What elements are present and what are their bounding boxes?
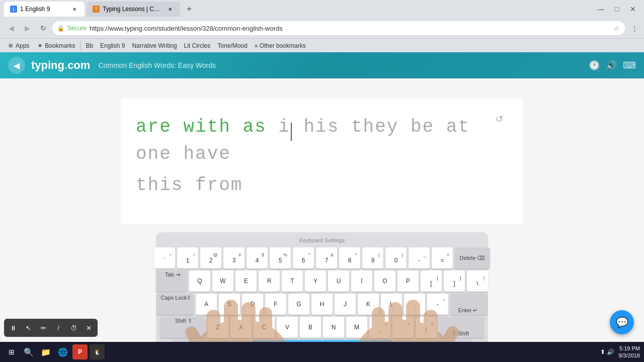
key-shift-left[interactable]: Shift ⇧	[160, 317, 205, 338]
key-3[interactable]: #3	[223, 247, 245, 268]
key-minus[interactable]: _-	[409, 247, 430, 268]
key-equals[interactable]: +=	[432, 247, 453, 268]
taskbar-browser-icon[interactable]: 🌐	[55, 344, 70, 359]
bookmark-lit-circles[interactable]: Lit Circles	[181, 41, 214, 50]
typing-area[interactable]: are with as i his they be at one have th…	[121, 99, 523, 224]
key-1[interactable]: !1	[177, 247, 198, 268]
bookmark-bookmarks[interactable]: ★ Bookmarks	[33, 41, 78, 50]
bookmark-star-icon[interactable]: ☆	[614, 25, 620, 32]
key-c[interactable]: C	[254, 317, 275, 338]
key-9[interactable]: (9	[362, 247, 383, 268]
key-capslock[interactable]: Caps Lock⇪	[156, 294, 194, 315]
key-tab[interactable]: Tab ⇥	[156, 270, 187, 292]
bookmark-bb[interactable]: Bb	[83, 41, 96, 50]
taskbar-other-icon[interactable]: 🐧	[90, 344, 105, 359]
chat-fab-button[interactable]: 💬	[610, 310, 634, 334]
key-h[interactable]: H	[311, 294, 333, 315]
annotation-toolbar: ⏸ ↖ ✏ / ⏱ ✕	[4, 319, 98, 337]
key-a[interactable]: A	[196, 294, 217, 315]
key-slash[interactable]: ?/	[416, 317, 437, 338]
address-bar[interactable]: 🔒 Secure https://www.typing.com/student/…	[52, 21, 625, 35]
key-y[interactable]: Y	[305, 270, 326, 292]
annotation-draw-button[interactable]: ✏	[36, 321, 50, 335]
bookmark-apps[interactable]: ⊞ Apps	[4, 41, 32, 50]
key-backtick[interactable]: ~`	[154, 247, 175, 268]
key-semicolon[interactable]: :;	[404, 294, 425, 315]
key-r[interactable]: R	[259, 270, 280, 292]
key-bracket-right[interactable]: }]	[444, 270, 465, 292]
maximize-button[interactable]: □	[610, 2, 624, 16]
key-0[interactable]: )0	[385, 247, 407, 268]
key-x[interactable]: X	[230, 317, 252, 338]
key-l[interactable]: L	[381, 294, 402, 315]
taskbar-search-icon[interactable]: 🔍	[21, 344, 36, 359]
bookmark-english9-label: English 9	[100, 42, 125, 49]
key-g[interactable]: G	[288, 294, 309, 315]
annotation-close-button[interactable]: ✕	[82, 321, 96, 335]
back-button[interactable]: ◀	[4, 21, 18, 35]
key-p[interactable]: P	[397, 270, 419, 292]
taskbar: ⊞ 🔍 📁 🌐 P 🐧 ⬆ 🔊 5:19 PM 9/3/2018	[0, 342, 644, 362]
key-delete[interactable]: Delete ⌫	[455, 247, 490, 268]
taskbar-file-explorer-icon[interactable]: 📁	[38, 344, 53, 359]
word-have: have	[183, 144, 230, 164]
key-e[interactable]: E	[235, 270, 257, 292]
key-b[interactable]: B	[300, 317, 321, 338]
key-7[interactable]: &7	[316, 247, 337, 268]
key-v[interactable]: V	[277, 317, 298, 338]
key-o[interactable]: O	[374, 270, 395, 292]
key-m[interactable]: M	[346, 317, 367, 338]
key-k[interactable]: K	[358, 294, 379, 315]
key-period[interactable]: >.	[392, 317, 414, 338]
bookmark-english9[interactable]: English 9	[97, 41, 128, 50]
forward-button[interactable]: ▶	[20, 21, 34, 35]
key-backslash[interactable]: |\	[467, 270, 488, 292]
key-2[interactable]: @2	[200, 247, 221, 268]
key-f[interactable]: F	[265, 294, 286, 315]
close-browser-button[interactable]: ✕	[626, 2, 640, 16]
annotation-timer-button[interactable]: ⏱	[66, 321, 80, 335]
word-they: they	[351, 117, 398, 137]
key-5[interactable]: %5	[270, 247, 291, 268]
history-button[interactable]: 🕐	[589, 60, 600, 71]
keyboard-settings-button[interactable]: ⌨	[623, 60, 636, 71]
key-enter[interactable]: Enter ↵	[450, 294, 488, 315]
bookmark-narrative[interactable]: Narrative Writing	[129, 41, 180, 50]
annotation-pause-button[interactable]: ⏸	[6, 321, 20, 335]
tab-english9[interactable]: 1 1 English 9 ✕	[4, 2, 85, 17]
key-n[interactable]: N	[323, 317, 344, 338]
keyboard-row-1: ~` !1 @2 #3 $4 %5 ^6 &7 *8 (9 )0 _- += D…	[161, 247, 483, 268]
key-quote[interactable]: "'	[427, 294, 448, 315]
tab-close-1[interactable]: ✕	[70, 5, 78, 13]
key-d[interactable]: D	[242, 294, 263, 315]
header-back-button[interactable]: ◀	[8, 57, 25, 74]
new-tab-button[interactable]: +	[182, 2, 196, 16]
tab-typing-lessons[interactable]: T Typing Lessons | Comm... ✕	[87, 2, 180, 17]
taskbar-start-button[interactable]: ⊞	[4, 344, 19, 359]
key-t[interactable]: T	[282, 270, 303, 292]
extensions-icon[interactable]: ⋮	[629, 23, 640, 34]
key-i[interactable]: I	[351, 270, 372, 292]
tab-favicon-2: T	[93, 6, 100, 13]
tab-close-2[interactable]: ✕	[166, 5, 174, 13]
key-z[interactable]: Z	[207, 317, 228, 338]
key-shift-right[interactable]: ⇧ Shift	[439, 317, 484, 338]
key-s[interactable]: S	[219, 294, 240, 315]
annotation-select-button[interactable]: ↖	[21, 321, 35, 335]
bookmark-other[interactable]: » Other bookmarks	[252, 41, 309, 50]
key-8[interactable]: *8	[339, 247, 360, 268]
sound-button[interactable]: 🔊	[606, 60, 617, 71]
key-bracket-left[interactable]: {[	[421, 270, 442, 292]
key-comma[interactable]: <,	[369, 317, 390, 338]
key-u[interactable]: U	[328, 270, 349, 292]
annotation-line-button[interactable]: /	[51, 321, 65, 335]
key-q[interactable]: Q	[189, 270, 210, 292]
bookmark-tone-mood[interactable]: Tone/Mood	[214, 41, 250, 50]
taskbar-powerpoint-icon[interactable]: P	[72, 344, 88, 359]
key-4[interactable]: $4	[247, 247, 268, 268]
minimize-button[interactable]: —	[594, 2, 608, 16]
key-j[interactable]: J	[335, 294, 356, 315]
key-w[interactable]: W	[212, 270, 233, 292]
key-6[interactable]: ^6	[293, 247, 314, 268]
reload-button[interactable]: ↻	[36, 21, 50, 35]
